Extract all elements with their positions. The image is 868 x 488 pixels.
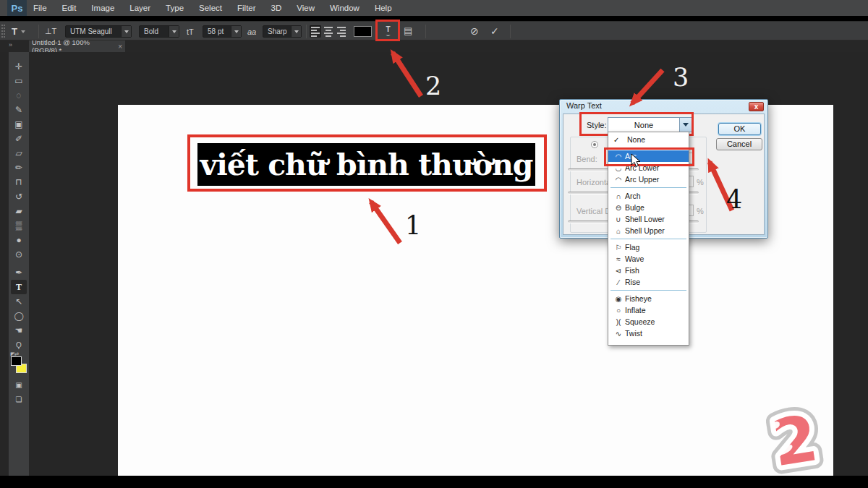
options-grip xyxy=(1,25,5,38)
menu-layer[interactable]: Layer xyxy=(129,4,150,12)
menu-help[interactable]: Help xyxy=(375,4,392,12)
ok-button[interactable]: OK xyxy=(718,123,761,135)
align-right-button[interactable] xyxy=(336,25,347,38)
annotation-box-text xyxy=(187,134,547,192)
char-paragraph-panel-button[interactable]: ▤ xyxy=(404,25,412,36)
font-size-select[interactable]: 58 pt xyxy=(203,25,242,38)
type-tool[interactable]: T xyxy=(11,280,27,294)
options-bar: T ⊥T UTM Seagull Bold tT 58 pt aa Sharp … xyxy=(0,21,868,40)
squeeze-style-icon: )( xyxy=(613,318,624,326)
annotation-box-warp-button xyxy=(375,20,400,41)
flag-style-icon: ⚐ xyxy=(613,244,624,252)
photoshop-logo: Ps xyxy=(7,0,27,16)
document-tab[interactable]: Untitled-1 @ 100% (RGB/8) * × xyxy=(29,40,125,52)
check-icon: ✓ xyxy=(613,136,619,144)
text-align-group xyxy=(310,25,347,38)
anti-alias-select[interactable]: Sharp xyxy=(263,25,302,38)
brush-tool[interactable]: ✏ xyxy=(11,160,27,175)
shell-upper-style-icon: ⌂ xyxy=(613,227,624,235)
font-size-icon: tT xyxy=(187,22,194,41)
dropdown-arrow-icon[interactable] xyxy=(231,26,241,37)
ellipse-tool[interactable]: ◯ xyxy=(11,309,27,323)
gradient-tool[interactable]: ▒ xyxy=(11,218,27,233)
shell-lower-style-icon: ∪ xyxy=(613,215,624,223)
dropdown-item-squeeze[interactable]: )( Squeeze xyxy=(608,316,689,328)
twist-style-icon: ∿ xyxy=(613,330,624,338)
crop-tool[interactable]: ▣ xyxy=(11,117,27,132)
menu-type[interactable]: Type xyxy=(166,4,184,12)
menu-3d[interactable]: 3D xyxy=(271,4,282,12)
text-color-swatch[interactable] xyxy=(354,26,372,37)
clone-stamp-tool[interactable]: ⊓ xyxy=(11,175,27,189)
color-swatches: ◩⇄ xyxy=(9,354,28,377)
dropdown-item-arc-upper[interactable]: ◠ Arc Upper xyxy=(608,174,689,185)
dropdown-item-none[interactable]: ✓ None xyxy=(608,134,689,145)
screen-mode-button[interactable]: ❏ xyxy=(11,392,27,406)
lasso-tool[interactable]: ◌ xyxy=(11,88,27,103)
dropdown-item-fish[interactable]: ⊲ Fish xyxy=(608,265,689,276)
eyedropper-tool[interactable]: ✐ xyxy=(11,132,27,146)
menu-filter[interactable]: Filter xyxy=(237,4,256,12)
healing-brush-tool[interactable]: ▱ xyxy=(11,146,27,160)
arch-style-icon: ∩ xyxy=(613,192,624,200)
annotation-box-arc-item xyxy=(604,147,694,166)
commit-edits-icon[interactable]: ✓ xyxy=(490,25,499,37)
arc-upper-style-icon: ◠ xyxy=(613,176,624,184)
dropdown-item-wave[interactable]: ≈ Wave xyxy=(608,253,689,265)
path-selection-tool[interactable]: ↖ xyxy=(11,294,27,309)
bulge-style-icon: ⊖ xyxy=(613,204,624,212)
quick-selection-tool[interactable]: ✎ xyxy=(11,103,27,117)
zoom-tool[interactable]: Ϙ xyxy=(11,338,27,352)
document-tab-bar: » Untitled-1 @ 100% (RGB/8) * × xyxy=(0,40,868,52)
dropdown-item-bulge[interactable]: ⊖ Bulge xyxy=(608,202,689,213)
bend-label: Bend: xyxy=(576,155,597,163)
dialog-close-icon[interactable]: x xyxy=(749,102,764,111)
menu-bar: Ps File Edit Image Layer Type Select Fil… xyxy=(0,0,868,16)
dropdown-item-flag[interactable]: ⚐ Flag xyxy=(608,241,689,253)
align-left-button[interactable] xyxy=(310,25,321,38)
marquee-tool[interactable]: ▭ xyxy=(11,74,27,88)
dropdown-item-twist[interactable]: ∿ Twist xyxy=(608,328,689,339)
tab-close-icon[interactable]: × xyxy=(118,43,122,51)
cancel-edits-icon[interactable]: ⊘ xyxy=(470,25,479,37)
menu-window[interactable]: Window xyxy=(330,4,359,12)
dodge-tool[interactable]: ⊙ xyxy=(11,247,27,262)
menu-select[interactable]: Select xyxy=(199,4,222,12)
font-family-select[interactable]: UTM Seagull xyxy=(65,25,132,38)
fish-style-icon: ⊲ xyxy=(613,267,624,275)
pen-tool[interactable]: ✒ xyxy=(11,265,27,280)
menu-items: File Edit Image Layer Type Select Filter… xyxy=(33,4,392,12)
blur-tool[interactable]: ● xyxy=(11,233,27,247)
dropdown-item-fisheye[interactable]: ◉ Fisheye xyxy=(608,293,689,304)
move-tool[interactable]: ✛ xyxy=(11,59,27,74)
eraser-tool[interactable]: ▰ xyxy=(11,204,27,218)
dropdown-arrow-icon[interactable] xyxy=(169,26,179,37)
dropdown-item-rise[interactable]: ∕ Rise xyxy=(608,276,689,288)
menu-image[interactable]: Image xyxy=(91,4,114,12)
quick-mask-button[interactable]: ▣ xyxy=(11,377,27,392)
rise-style-icon: ∕ xyxy=(613,278,624,286)
anti-alias-icon: aa xyxy=(247,22,256,41)
foreground-color-swatch[interactable] xyxy=(11,356,22,366)
collapse-panels-icon[interactable]: » xyxy=(9,41,12,48)
menu-edit[interactable]: Edit xyxy=(62,4,77,12)
photoshop-window: Ps File Edit Image Layer Type Select Fil… xyxy=(0,0,868,488)
dialog-title: Warp Text xyxy=(566,101,602,110)
dropdown-arrow-icon[interactable] xyxy=(291,26,301,37)
inflate-style-icon: ○ xyxy=(613,307,624,314)
dropdown-item-shell-lower[interactable]: ∪ Shell Lower xyxy=(608,213,689,225)
cancel-button[interactable]: Cancel xyxy=(716,138,762,150)
horizontal-radio xyxy=(591,141,598,148)
type-tool-preset-icon[interactable]: T xyxy=(12,22,25,41)
font-style-select[interactable]: Bold xyxy=(139,25,179,38)
dropdown-arrow-icon[interactable] xyxy=(121,26,131,37)
menu-file[interactable]: File xyxy=(33,4,47,12)
hand-tool[interactable]: ☚ xyxy=(11,323,27,338)
menu-view[interactable]: View xyxy=(297,4,315,12)
dropdown-item-arch[interactable]: ∩ Arch xyxy=(608,190,689,202)
dropdown-item-inflate[interactable]: ○ Inflate xyxy=(608,304,689,316)
dropdown-item-shell-upper[interactable]: ⌂ Shell Upper xyxy=(608,225,689,236)
align-center-button[interactable] xyxy=(323,25,334,38)
wave-style-icon: ≈ xyxy=(613,255,624,263)
history-brush-tool[interactable]: ↺ xyxy=(11,189,27,204)
